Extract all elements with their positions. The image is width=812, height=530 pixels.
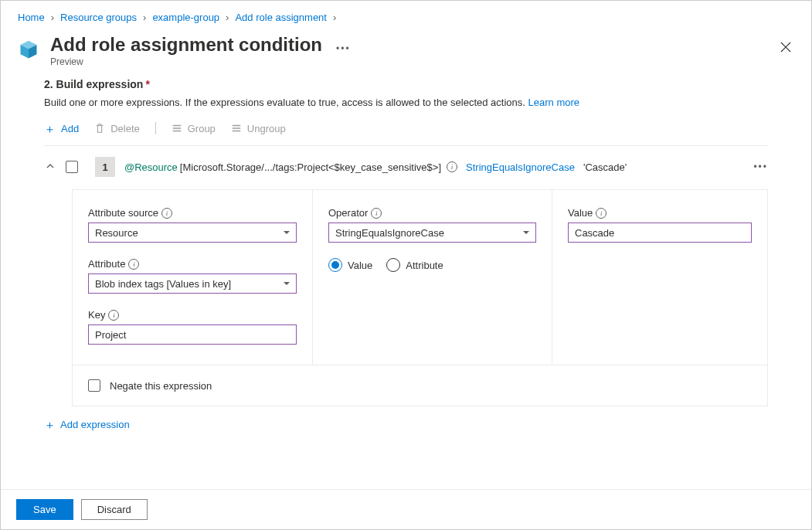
attribute-source-label: Attribute source [88, 207, 297, 219]
info-icon[interactable] [447, 161, 457, 172]
operator-label: Operator [328, 207, 536, 219]
info-icon[interactable] [161, 208, 172, 219]
chevron-right-icon: › [333, 12, 336, 23]
add-button[interactable]: ＋ Add [44, 123, 79, 134]
attribute-source-select[interactable]: Resource [88, 223, 297, 243]
chevron-right-icon: › [51, 12, 54, 23]
expression-toolbar: ＋ Add Delete Group Ungroup [44, 122, 768, 145]
chevron-right-icon: › [226, 12, 229, 23]
breadcrumb-example-group[interactable]: example-group [152, 12, 219, 23]
learn-more-link[interactable]: Learn more [528, 97, 579, 108]
expression-text: @Resource[Microsoft.Storage/.../tags:Pro… [124, 161, 627, 173]
info-icon[interactable] [128, 259, 139, 270]
cube-icon [18, 39, 39, 60]
negate-label: Negate this expression [110, 380, 212, 392]
step-description: Build one or more expressions. If the ex… [44, 97, 768, 108]
close-button[interactable] [777, 39, 794, 56]
operand-attribute-radio[interactable]: Attribute [386, 258, 443, 272]
value-input[interactable]: Cascade [568, 223, 752, 243]
expression-panel: Attribute source Resource Attribute Blob… [72, 189, 768, 406]
value-label: Value [568, 207, 752, 219]
step-title: 2. Build expression* [44, 78, 768, 90]
delete-button: Delete [94, 123, 140, 134]
expression-checkbox[interactable] [66, 161, 78, 173]
breadcrumb-add-role-assignment[interactable]: Add role assignment [235, 12, 327, 23]
close-icon [780, 42, 791, 53]
page-subtitle: Preview [50, 56, 322, 67]
expression-row: 1 @Resource[Microsoft.Storage/.../tags:P… [44, 146, 768, 189]
page-title: Add role assignment condition [50, 34, 322, 56]
info-icon[interactable] [108, 310, 119, 321]
breadcrumb-resource-groups[interactable]: Resource groups [60, 12, 137, 23]
separator [155, 122, 156, 134]
group-button: Group [172, 123, 216, 134]
negate-row: Negate this expression [73, 365, 767, 406]
operator-select[interactable]: StringEqualsIgnoreCase [328, 223, 536, 243]
trash-icon [94, 123, 105, 134]
breadcrumb-home[interactable]: Home [18, 12, 45, 23]
negate-checkbox[interactable] [88, 379, 100, 392]
attribute-select[interactable]: Blob index tags [Values in key] [88, 273, 297, 294]
chevron-right-icon: › [143, 12, 146, 23]
add-expression-button[interactable]: ＋ Add expression [44, 419, 130, 430]
info-icon[interactable] [596, 208, 606, 219]
operand-value-radio[interactable]: Value [328, 258, 372, 272]
key-input[interactable]: Project [88, 324, 297, 345]
more-icon[interactable]: ••• [336, 43, 351, 54]
save-button[interactable]: Save [16, 499, 73, 520]
plus-icon: ＋ [44, 419, 56, 430]
key-label: Key [88, 309, 297, 321]
plus-icon: ＋ [44, 123, 56, 134]
chevron-up-icon[interactable] [44, 161, 56, 173]
footer: Save Discard [1, 489, 811, 529]
info-icon[interactable] [371, 208, 382, 219]
group-icon [172, 123, 182, 134]
page-header: Add role assignment condition Preview ••… [1, 31, 811, 78]
breadcrumb: Home › Resource groups › example-group ›… [1, 1, 811, 31]
discard-button[interactable]: Discard [81, 499, 148, 520]
operand-radio-group: Value Attribute [328, 258, 536, 272]
ungroup-button: Ungroup [231, 123, 286, 134]
expression-index-badge: 1 [95, 157, 115, 177]
row-more-icon[interactable]: ••• [753, 161, 768, 172]
ungroup-icon [231, 123, 242, 134]
attribute-label: Attribute [88, 258, 297, 270]
